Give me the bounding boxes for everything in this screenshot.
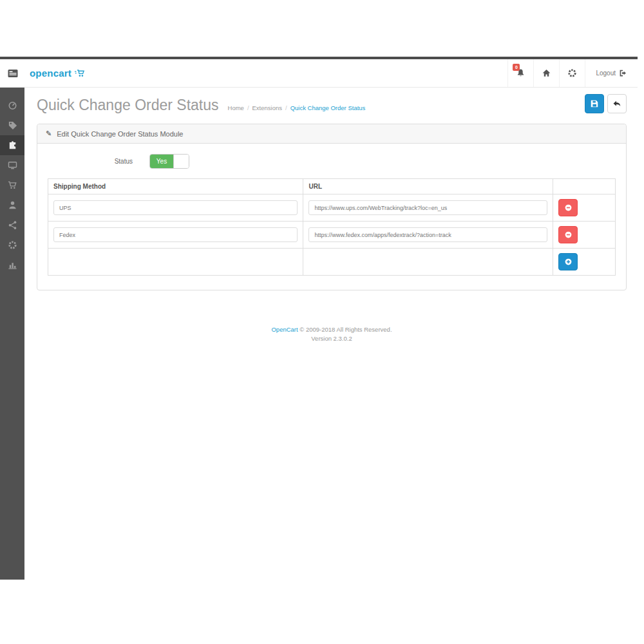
- status-toggle-on: Yes: [150, 155, 173, 168]
- column-action: [553, 179, 616, 194]
- page-title: Quick Change Order Status: [37, 97, 219, 115]
- bar-chart-icon: [8, 260, 17, 270]
- opencart-logo[interactable]: opencart: [26, 59, 86, 87]
- status-control: Yes: [149, 154, 189, 169]
- sidebar-item-reports[interactable]: [0, 255, 24, 275]
- footer-copyright: OpenCart © 2009-2018 All Rights Reserved…: [37, 325, 627, 334]
- minus-circle-icon: [564, 204, 573, 212]
- logo-text: opencart: [30, 68, 71, 79]
- panel-heading: ✎ Edit Quick Change Order Status Module: [37, 124, 626, 144]
- share-icon: [8, 220, 17, 230]
- column-url: URL: [303, 179, 553, 194]
- sidebar-item-marketing[interactable]: [0, 215, 24, 235]
- page-header: Quick Change Order Status Home Extension…: [37, 94, 627, 115]
- panel-body: Status Yes Shipping Method U: [37, 144, 626, 290]
- add-row-button[interactable]: [558, 253, 578, 270]
- table-row: [48, 194, 616, 222]
- gear-icon: [567, 68, 577, 78]
- opencart-footer-link[interactable]: OpenCart: [271, 326, 298, 333]
- sidebar: [0, 88, 24, 580]
- shipping-methods-table: Shipping Method URL: [48, 178, 616, 276]
- edit-module-panel: ✎ Edit Quick Change Order Status Module …: [37, 124, 627, 290]
- header-nav: 0: [507, 59, 638, 87]
- admin-header: opencart 0: [0, 59, 638, 88]
- puzzle-icon: [8, 140, 17, 150]
- sidebar-item-catalog[interactable]: [0, 115, 24, 135]
- breadcrumb-home-link[interactable]: Home: [228, 104, 244, 111]
- action-buttons: [585, 94, 627, 113]
- url-input[interactable]: [308, 200, 547, 215]
- admin-screenshot: opencart 0: [0, 57, 638, 587]
- reply-arrow-icon: [612, 99, 621, 108]
- table-footer-row: [48, 249, 616, 276]
- breadcrumb-current-link[interactable]: Quick Change Order Status: [290, 104, 366, 111]
- cart-icon: [8, 180, 17, 190]
- logo-cart-icon: [74, 69, 86, 78]
- menu-icon: [8, 69, 18, 78]
- shipping-method-input[interactable]: [53, 227, 298, 242]
- footer: OpenCart © 2009-2018 All Rights Reserved…: [37, 325, 627, 344]
- breadcrumb-current: Quick Change Order Status: [282, 104, 365, 111]
- breadcrumb-extensions-link[interactable]: Extensions: [252, 104, 282, 111]
- sidebar-item-system[interactable]: [0, 235, 24, 255]
- header-spacer: [86, 59, 507, 87]
- breadcrumb: Home Extensions Quick Change Order Statu…: [228, 104, 366, 111]
- status-toggle[interactable]: Yes: [149, 154, 189, 169]
- user-icon: [8, 200, 17, 210]
- sidebar-item-extensions[interactable]: [0, 135, 24, 155]
- column-shipping-method: Shipping Method: [48, 179, 303, 194]
- table-header-row: Shipping Method URL: [48, 179, 616, 194]
- shipping-method-input[interactable]: [53, 200, 298, 215]
- gear-icon: [8, 240, 17, 250]
- save-button[interactable]: [585, 94, 604, 113]
- tag-icon: [8, 120, 17, 130]
- remove-row-button[interactable]: [558, 226, 578, 243]
- panel-title: Edit Quick Change Order Status Module: [57, 130, 183, 138]
- logout-label: Logout: [596, 70, 616, 77]
- menu-toggle-button[interactable]: [0, 59, 26, 87]
- breadcrumb-extensions: Extensions: [244, 104, 282, 111]
- sidebar-item-dashboard[interactable]: [0, 95, 24, 115]
- table-row: [48, 222, 616, 249]
- monitor-icon: [8, 160, 17, 170]
- footer-version: Version 2.3.0.2: [37, 334, 627, 343]
- copyright-text: © 2009-2018 All Rights Reserved.: [299, 326, 392, 333]
- sign-out-icon: [619, 69, 627, 77]
- breadcrumb-home: Home: [228, 104, 244, 111]
- sidebar-item-customers[interactable]: [0, 195, 24, 215]
- back-button[interactable]: [607, 94, 627, 113]
- minus-circle-icon: [564, 231, 573, 239]
- notifications-button[interactable]: 0: [507, 59, 533, 87]
- pencil-icon: ✎: [46, 129, 52, 138]
- status-toggle-handle: [173, 155, 189, 168]
- logout-button[interactable]: Logout: [585, 59, 638, 87]
- notification-badge: 0: [513, 64, 520, 71]
- sidebar-item-design[interactable]: [0, 155, 24, 175]
- save-icon: [590, 99, 599, 108]
- settings-button[interactable]: [559, 59, 585, 87]
- remove-row-button[interactable]: [558, 199, 578, 216]
- main-content: Quick Change Order Status Home Extension…: [24, 88, 638, 344]
- plus-circle-icon: [564, 258, 573, 266]
- url-input[interactable]: [308, 227, 547, 242]
- dashboard-icon: [8, 100, 17, 110]
- store-front-button[interactable]: [533, 59, 559, 87]
- status-label: Status: [48, 154, 133, 169]
- page-wrap: Quick Change Order Status Home Extension…: [0, 88, 638, 587]
- status-form-group: Status Yes: [48, 154, 616, 169]
- sidebar-item-sales[interactable]: [0, 175, 24, 195]
- home-icon: [542, 68, 551, 78]
